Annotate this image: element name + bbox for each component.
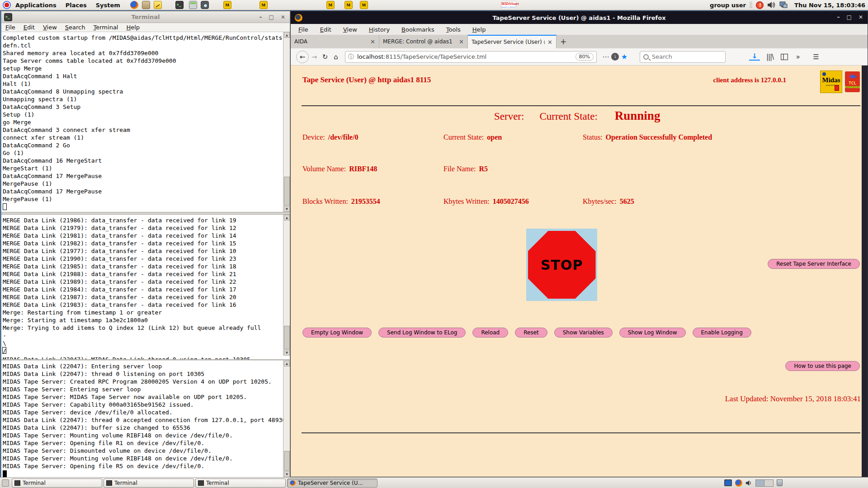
tab-close-icon[interactable]: ✕	[456, 38, 464, 45]
tab-close-icon[interactable]: ✕	[545, 39, 552, 46]
menu-system[interactable]: System	[91, 2, 125, 9]
midas-launcher-icon[interactable]: M	[360, 1, 368, 9]
minimize-icon[interactable]: –	[837, 14, 840, 20]
how-to-use-button[interactable]: How to use this page	[785, 361, 860, 371]
close-icon[interactable]: ✕	[859, 14, 863, 20]
panel-drag-handle[interactable]	[750, 2, 752, 8]
menu-places[interactable]: Places	[61, 2, 91, 9]
scroll-up-icon[interactable]: ▲	[284, 32, 290, 38]
panel-clock[interactable]: Thu Nov 15, 18:03:46	[792, 2, 865, 9]
sidebar-icon[interactable]	[781, 54, 788, 60]
ff-menu-help[interactable]: Help	[472, 26, 486, 33]
show-log-window-button[interactable]: Show Log Window	[619, 328, 686, 338]
hamburger-menu-icon[interactable]: ☰	[811, 53, 821, 61]
ff-menu-history[interactable]: History	[369, 26, 390, 33]
search-bar[interactable]	[640, 51, 726, 63]
site-info-icon[interactable]: ⓘ	[348, 53, 354, 61]
tcl-powered-logo[interactable]: ❧ TCL POWERED	[845, 71, 860, 92]
workspace-2[interactable]	[764, 480, 773, 486]
firefox-launcher-icon[interactable]	[130, 1, 138, 9]
overflow-chevron-icon[interactable]: »	[793, 53, 803, 61]
terminal-pane-merge-log[interactable]: MERGE Data Link (21986): data_transfer -…	[1, 215, 290, 356]
midas-logo[interactable]: Midas powered by	[820, 70, 842, 93]
ff-menu-view[interactable]: View	[343, 26, 357, 33]
file-manager-launcher-icon[interactable]	[142, 1, 150, 9]
page-scrollbar[interactable]	[862, 66, 868, 477]
reload-button[interactable]: Reload	[472, 328, 508, 338]
terminal-menu-file[interactable]: File	[5, 24, 15, 31]
terminal-menu-search[interactable]: Search	[65, 24, 85, 31]
midas-launcher-icon[interactable]: M	[344, 1, 353, 9]
firefox-titlebar[interactable]: TapeServer Service (User) @ aidas1 - Moz…	[291, 11, 868, 24]
scroll-down-icon[interactable]: ▼	[284, 350, 290, 356]
distro-emblem-icon[interactable]	[3, 1, 11, 9]
terminal-menu-terminal[interactable]: Terminal	[94, 24, 118, 31]
scroll-down-icon[interactable]: ▼	[284, 471, 290, 477]
terminal-pane-tapeserver-log[interactable]: MIDAS Data Link (22047): Entering server…	[1, 361, 290, 477]
taskbar-window-tapeserver[interactable]: TapeServer Service (U...	[287, 479, 377, 488]
tab-tapeserver-service[interactable]: TapeServer Service (User) @ ✕	[468, 35, 557, 48]
calculator-launcher-icon[interactable]	[189, 1, 197, 9]
user-indicator[interactable]: group user	[710, 2, 746, 9]
terminal-menu-edit[interactable]: Edit	[24, 24, 35, 31]
update-alert-icon[interactable]	[756, 1, 764, 9]
workspace-switcher[interactable]	[755, 479, 774, 487]
show-variables-button[interactable]: Show Variables	[554, 328, 613, 338]
workspace-1[interactable]	[756, 480, 764, 486]
trash-icon[interactable]	[777, 479, 783, 486]
taskbar-window-terminal-1[interactable]: Terminal	[12, 479, 102, 488]
terminal-pane-startup-log[interactable]: Completed custom startup from /MIDAS@aid…	[1, 32, 290, 212]
reset-button[interactable]: Reset	[515, 328, 547, 338]
home-button[interactable]: ⌂	[330, 53, 341, 61]
reset-tape-server-interface-button[interactable]: Reset Tape Server Interface	[768, 259, 860, 269]
terminal-menu-view[interactable]: View	[43, 24, 57, 31]
midas-launcher-icon[interactable]: M	[326, 1, 335, 9]
terminal-menu-help[interactable]: Help	[126, 24, 140, 31]
notes-launcher-icon[interactable]	[154, 1, 162, 9]
library-icon[interactable]: |||\	[764, 53, 775, 61]
scrollbar[interactable]: ▲ ▼	[283, 32, 290, 212]
empty-log-window-button[interactable]: Empty Log Window	[302, 328, 372, 338]
display-settings-icon[interactable]	[724, 479, 732, 486]
scrollbar[interactable]: ▲ ▼	[283, 215, 290, 356]
back-button[interactable]: ←	[296, 51, 309, 63]
scroll-up-icon[interactable]: ▲	[284, 215, 290, 221]
terminal-titlebar[interactable]: Terminal – □ ✕	[1, 11, 290, 23]
tab-close-icon[interactable]: ✕	[368, 38, 375, 45]
zoom-level-badge[interactable]: 80%	[576, 53, 594, 61]
screenshot-launcher-icon[interactable]	[201, 1, 209, 9]
scrollbar-thumb[interactable]	[284, 451, 290, 471]
firefox-tray-icon[interactable]	[735, 479, 742, 487]
ff-menu-bookmarks[interactable]: Bookmarks	[401, 26, 434, 33]
midas-launcher-icon[interactable]: M	[259, 1, 268, 9]
pocket-icon[interactable]: ⤵	[611, 53, 619, 61]
enable-logging-button[interactable]: Enable Logging	[693, 328, 751, 338]
minimize-icon[interactable]: –	[259, 14, 262, 20]
ff-menu-edit[interactable]: Edit	[320, 26, 331, 33]
ff-menu-tools[interactable]: Tools	[446, 26, 461, 33]
close-icon[interactable]: ✕	[281, 14, 285, 20]
show-desktop-icon[interactable]	[2, 479, 9, 487]
page-actions-icon[interactable]: ⋯	[600, 53, 611, 61]
scroll-down-icon[interactable]: ▼	[284, 206, 290, 212]
volume-tray-icon[interactable]	[745, 480, 752, 486]
scrollbar-thumb[interactable]	[284, 177, 290, 206]
send-log-to-elog-button[interactable]: Send Log Window to ELog	[378, 328, 466, 338]
tab-merge-control[interactable]: MERGE: Control @ aidas1 ✕	[379, 35, 468, 48]
volume-icon[interactable]	[767, 1, 775, 9]
forward-button[interactable]: →	[309, 53, 320, 61]
taskbar-window-terminal-2[interactable]: Terminal	[104, 479, 194, 488]
tab-aida[interactable]: AIDA ✕	[291, 35, 379, 48]
midas-launcher-icon[interactable]: M	[223, 1, 231, 9]
scroll-up-icon[interactable]: ▲	[284, 361, 290, 366]
search-input[interactable]	[652, 53, 715, 60]
terminal-launcher-icon[interactable]	[175, 1, 184, 9]
url-bar[interactable]: ⓘ localhost:8115/TapeService/TapeService…	[345, 51, 597, 63]
network-icon[interactable]	[779, 1, 788, 9]
maximize-icon[interactable]: □	[847, 14, 852, 20]
taskbar-window-terminal-3[interactable]: Terminal	[195, 479, 286, 488]
reload-button[interactable]: ↻	[320, 53, 330, 61]
new-tab-button[interactable]: +	[557, 35, 570, 48]
bookmark-star-icon[interactable]: ★	[619, 52, 630, 61]
downloads-icon[interactable]: ↓	[749, 53, 760, 61]
